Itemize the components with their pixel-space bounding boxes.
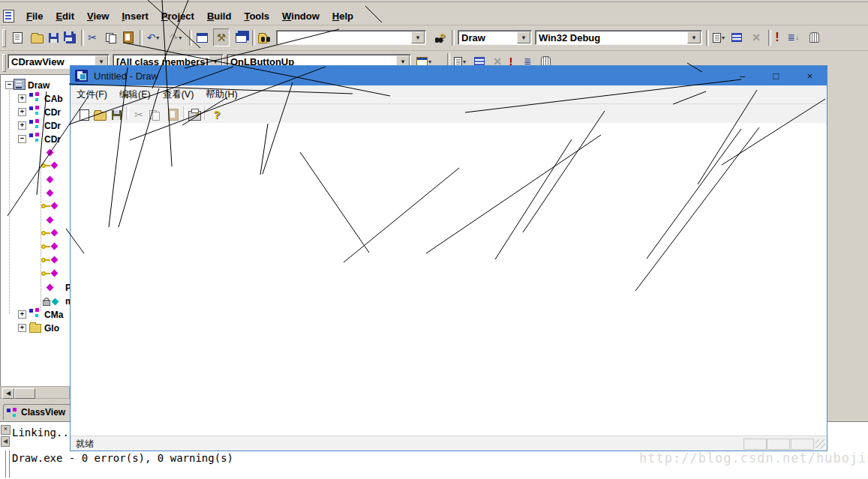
tree-item-key-diamond-11[interactable] (1, 227, 71, 240)
chevron-down-icon[interactable]: ▾ (687, 31, 701, 43)
collapse-box-icon[interactable]: − (5, 81, 14, 89)
separator (204, 106, 207, 120)
tree-item-CMa-17[interactable]: +CMa (1, 308, 71, 321)
app-statusbar: 就绪 (71, 436, 827, 451)
collapse-box-icon[interactable]: − (18, 135, 26, 143)
ide-menubar: File Edit View Insert Project Build Tool… (0, 7, 868, 25)
undo-icon[interactable]: ↶▾ (143, 28, 164, 46)
new-document-icon[interactable] (9, 28, 26, 46)
tree-horizontal-scrollbar[interactable]: ◀ (0, 386, 70, 399)
toolbar-grip[interactable] (2, 54, 6, 72)
tab-classview[interactable]: ClassView (3, 404, 75, 420)
drawing-canvas[interactable] (71, 123, 826, 438)
tree-item-key-diamond-14[interactable] (1, 268, 71, 280)
tree-item-P-15[interactable]: P (1, 281, 71, 294)
tree-item-CAb-1[interactable]: +CAb (1, 92, 71, 105)
tree-item-key-diamond-9[interactable] (1, 200, 71, 213)
tree-item-diamond-10[interactable] (1, 214, 71, 226)
tree-item-diamond-5[interactable] (1, 146, 71, 159)
app-menu-edit[interactable]: 编辑(E) (119, 88, 151, 101)
close-icon[interactable]: × (1, 425, 11, 435)
breakpoint-hand-icon[interactable] (806, 28, 822, 46)
classview-tree[interactable]: −Draw+CAb+CDr+CDr−CDrPm+CMa+Glo (0, 74, 71, 388)
tree-item-Glo-18[interactable]: +Glo (1, 322, 71, 334)
menu-project[interactable]: Project (159, 10, 197, 22)
workspace-pane-icon[interactable] (194, 28, 210, 46)
diamond-icon (47, 190, 54, 197)
search-help-icon[interactable]: ? (431, 28, 447, 46)
tree-item-key-diamond-13[interactable] (1, 254, 71, 267)
chevron-down-icon[interactable]: ▾ (517, 31, 530, 43)
mdi-document-icon (3, 10, 14, 22)
tree-item-key-diamond-12[interactable] (1, 241, 71, 253)
open-folder-icon[interactable] (29, 28, 45, 46)
app-menu-file[interactable]: 文件(F) (77, 88, 107, 101)
tree-item-diamond-7[interactable] (1, 173, 71, 186)
menu-file[interactable]: File (24, 10, 45, 22)
minimize-button[interactable]: – (725, 66, 759, 85)
go-icon[interactable]: ≣↓ (785, 28, 801, 46)
compile-file-icon[interactable]: ▾ (710, 28, 727, 46)
menu-tools[interactable]: Tools (242, 10, 272, 22)
paste-icon[interactable] (165, 106, 182, 124)
app-titlebar[interactable]: Untitled - Draw – □ × (71, 66, 827, 85)
tree-item-key-diamond-6[interactable] (1, 160, 71, 172)
app-menu-view[interactable]: 查看(V) (163, 88, 194, 101)
menu-window[interactable]: Window (280, 10, 322, 22)
paste-icon[interactable] (120, 28, 137, 46)
config-combo[interactable]: Win32 Debug ▾ (535, 30, 702, 45)
save-icon[interactable] (45, 28, 62, 46)
expand-box-icon[interactable]: + (18, 310, 26, 319)
tree-item-Draw-0[interactable]: −Draw (1, 79, 71, 91)
find-combo[interactable]: ▾ (276, 30, 426, 45)
output-grip[interactable] (3, 451, 6, 478)
tree-item-CDr-3[interactable]: +CDr (1, 119, 71, 132)
wizard-hammer-icon[interactable]: ⚒ (213, 28, 230, 46)
execute-program-icon[interactable]: ! (771, 28, 783, 46)
copy-icon[interactable] (102, 28, 119, 46)
resize-grip[interactable] (815, 439, 825, 449)
ide-toolbar-standard: ✂ ↶▾ ↷▾ ⚒ ▾ ? Draw ▾ Win32 Debug ▾ ▾ ✕ ! (0, 26, 868, 51)
expand-box-icon[interactable]: + (18, 324, 26, 332)
separator (452, 30, 455, 46)
expand-box-icon[interactable]: + (18, 94, 26, 103)
tree-item-diamond-8[interactable] (1, 187, 71, 199)
save-icon[interactable] (108, 106, 125, 124)
menu-insert[interactable]: Insert (119, 10, 150, 22)
about-help-icon[interactable]: ? (209, 106, 225, 124)
app-menubar: 文件(F) 编辑(E) 查看(V) 帮助(H) (71, 85, 827, 103)
toolbar-grip[interactable] (2, 29, 6, 47)
menu-view[interactable]: View (85, 10, 111, 22)
menu-build[interactable]: Build (205, 10, 234, 22)
expand-box-icon[interactable]: + (18, 121, 26, 130)
project-combo[interactable]: Draw ▾ (458, 30, 532, 45)
cascade-windows-icon[interactable] (233, 28, 249, 46)
menu-edit[interactable]: Edit (53, 10, 77, 22)
scroll-left-arrow-icon[interactable]: ◀ (2, 388, 14, 399)
find-in-files-icon[interactable] (256, 28, 272, 46)
tree-item-m-16[interactable]: m (1, 295, 71, 307)
key-diamond-icon (41, 230, 51, 237)
menu-help[interactable]: Help (330, 10, 356, 22)
open-folder-icon[interactable] (92, 106, 108, 124)
chevron-down-icon[interactable]: ▾ (411, 31, 425, 43)
redo-icon[interactable]: ↷▾ (165, 28, 186, 46)
maximize-button[interactable]: □ (759, 66, 793, 85)
print-icon[interactable] (186, 106, 203, 124)
separator (252, 30, 255, 46)
new-document-icon[interactable] (76, 106, 92, 124)
app-menu-help[interactable]: 帮助(H) (206, 88, 237, 101)
cut-scissors-icon[interactable]: ✂ (131, 106, 147, 124)
cut-scissors-icon[interactable]: ✂ (84, 28, 101, 46)
stop-build-icon[interactable]: ✕ (748, 28, 764, 46)
tree-item-CDr-4[interactable]: −CDr (1, 133, 71, 145)
tree-item-CDr-2[interactable]: +CDr (1, 106, 71, 118)
build-icon[interactable] (728, 28, 745, 46)
workspace-panel: −Draw+CAb+CDr+CDr−CDrPm+CMa+Glo ◀ ClassV… (0, 74, 70, 421)
save-all-icon[interactable] (62, 28, 78, 46)
dock-arrow-icon[interactable]: ◀ (1, 436, 10, 447)
close-button[interactable]: × (793, 66, 827, 85)
copy-icon[interactable] (146, 106, 162, 124)
scrollbar-thumb[interactable] (14, 388, 35, 399)
expand-box-icon[interactable]: + (18, 108, 26, 116)
